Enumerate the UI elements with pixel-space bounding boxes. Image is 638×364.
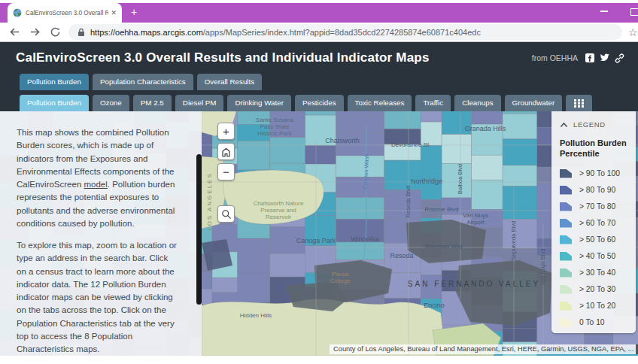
census-tract[interactable]	[305, 146, 336, 164]
legend-label: > 60 To 70	[579, 219, 615, 227]
map-label: Roscoe Blvd	[425, 206, 459, 213]
legend-swatch	[560, 219, 572, 228]
map-region[interactable]	[286, 281, 348, 311]
browser-window: CalEnviroScreen 3.0 Overall Resul ✕ + ht…	[0, 0, 638, 364]
census-tract[interactable]	[238, 272, 270, 303]
refresh-icon[interactable]	[50, 26, 61, 38]
window-maximize-button[interactable]	[630, 8, 638, 16]
search-button[interactable]	[217, 205, 235, 223]
legend-panel: LEGEND Pollution Burden Percentile > 90 …	[551, 111, 636, 333]
zoom-out-button[interactable]: −	[217, 163, 235, 180]
tabrow1-tab-overall-results[interactable]: Overall Results	[197, 74, 262, 90]
census-tract[interactable]	[336, 242, 384, 260]
forward-icon[interactable]	[29, 26, 41, 38]
legend-swatch	[560, 302, 572, 311]
map-label: Sherman Way	[425, 243, 463, 250]
bookmark-star-icon[interactable]: ☆	[628, 27, 638, 38]
tab-list-view[interactable]	[566, 95, 592, 111]
map-label: Canoga Park	[296, 237, 336, 244]
map-label: Encino	[424, 302, 445, 309]
legend-swatch	[560, 285, 572, 294]
census-tract[interactable]	[212, 278, 238, 293]
new-tab-button[interactable]: +	[131, 6, 137, 18]
census-tract[interactable]	[421, 111, 442, 122]
census-tract[interactable]	[238, 238, 270, 272]
tabrow2-tab-diesel-pm[interactable]: Diesel PM	[175, 95, 224, 111]
page-title: CalEnviroScreen 3.0 Overall Results and …	[16, 50, 532, 65]
map-label: Van Nuys Blvd	[539, 249, 546, 286]
census-tract[interactable]	[503, 111, 537, 114]
facebook-icon[interactable]	[585, 53, 594, 62]
census-tract[interactable]	[384, 111, 421, 129]
legend-item: > 40 To 50	[560, 248, 628, 265]
census-tract[interactable]	[503, 328, 537, 341]
census-tract[interactable]	[442, 135, 472, 164]
url-text: https://oehha.maps.arcgis.com/apps/MapSe…	[90, 28, 481, 37]
back-icon[interactable]	[9, 26, 20, 38]
sidebar-scrollbar[interactable]	[196, 154, 202, 305]
legend-title: Pollution Burden Percentile	[560, 138, 628, 159]
census-tract[interactable]	[305, 111, 336, 115]
tabrow2-tab-ozone[interactable]: Ozone	[93, 95, 129, 111]
legend-label: > 90 To 100	[579, 169, 620, 177]
census-tract[interactable]	[503, 187, 537, 220]
map-attribution: County of Los Angeles, Bureau of Land Ma…	[330, 344, 636, 354]
tabrow2-tab-traffic[interactable]: Traffic	[415, 95, 451, 111]
tab-close-icon[interactable]: ✕	[111, 9, 117, 17]
census-tract[interactable]	[384, 190, 421, 219]
map-label: Winnetka	[351, 235, 379, 243]
census-tract[interactable]	[503, 139, 537, 165]
legend-header[interactable]: LEGEND	[560, 120, 628, 129]
census-tract[interactable]	[503, 114, 537, 139]
twitter-icon[interactable]	[600, 53, 609, 62]
tabrow2-tab-pollution-burden[interactable]: Pollution Burden	[20, 95, 89, 111]
census-tract[interactable]	[336, 156, 384, 177]
tabrow2-tab-toxic-releases[interactable]: Toxic Releases	[348, 95, 412, 111]
map-region[interactable]	[456, 260, 552, 326]
legend-item: > 20 To 30	[560, 281, 628, 298]
census-tract[interactable]	[472, 155, 503, 180]
byline: from OEHHA	[532, 53, 578, 62]
census-tract[interactable]	[421, 145, 442, 179]
tabrow2-tab-pm-2-5[interactable]: PM 2.5	[133, 95, 172, 111]
map-label: Hidden Hills	[240, 312, 272, 319]
census-tract[interactable]	[472, 180, 503, 209]
window-minimize-button[interactable]	[600, 11, 608, 12]
tabrow1-tab-pollution-burden[interactable]: Pollution Burden	[20, 74, 89, 90]
map-label: Granada Hills	[465, 125, 506, 132]
census-tract[interactable]	[270, 253, 305, 277]
share-link-icon[interactable]	[615, 53, 624, 63]
tabrow2-tab-groundwater[interactable]: Groundwater	[505, 95, 563, 111]
map-label: Santa SusanaPass StateHistoric Park	[256, 117, 294, 137]
census-tract[interactable]	[270, 138, 305, 163]
favicon-globe-icon	[13, 8, 22, 17]
census-tract[interactable]	[336, 111, 384, 117]
census-tract[interactable]	[503, 219, 537, 248]
census-tract[interactable]	[384, 160, 421, 190]
legend-item: > 90 To 100	[560, 165, 628, 182]
legend-item: > 80 To 90	[560, 182, 628, 199]
census-tract[interactable]	[503, 165, 537, 187]
url-bar[interactable]: https://oehha.maps.arcgis.com/apps/MapSe…	[68, 24, 622, 40]
legend-label: > 20 To 30	[579, 285, 615, 293]
model-link[interactable]: model	[84, 180, 107, 189]
census-tract[interactable]	[472, 111, 503, 124]
primary-tabs: Pollution BurdenPopulation Characteristi…	[20, 74, 638, 90]
zoom-in-button[interactable]: +	[217, 123, 235, 140]
browser-addressbar: https://oehha.maps.arcgis.com/apps/MapSe…	[0, 23, 638, 42]
census-tract[interactable]	[336, 117, 384, 133]
app-header: CalEnviroScreen 3.0 Overall Results and …	[0, 42, 638, 111]
legend-swatch	[560, 186, 572, 195]
browser-tab[interactable]: CalEnviroScreen 3.0 Overall Resul ✕	[8, 3, 122, 23]
tabrow2-tab-cleanups[interactable]: Cleanups	[454, 95, 500, 111]
description-paragraph-1: This map shows the combined Pollution Bu…	[17, 126, 179, 230]
map-label: SAN FERNANDO VALLEY	[408, 280, 540, 288]
description-paragraph-2: To explore this map, zoom to a location …	[17, 239, 179, 356]
tabrow2-tab-pesticides[interactable]: Pesticides	[295, 95, 344, 111]
census-tract[interactable]	[336, 177, 384, 197]
census-tract[interactable]	[336, 198, 384, 220]
legend-label: > 40 To 50	[579, 252, 615, 260]
tabrow1-tab-population-characteristics[interactable]: Population Characteristics	[93, 74, 193, 90]
home-button[interactable]	[217, 143, 235, 160]
tabrow2-tab-drinking-water[interactable]: Drinking Water	[227, 95, 290, 111]
